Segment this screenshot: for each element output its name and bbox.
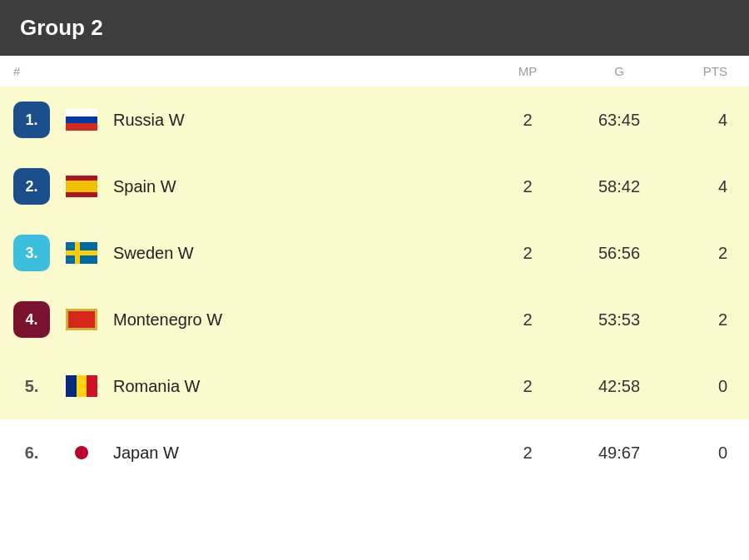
table-row: 2. Spain W 2 58:42 4 — [0, 153, 749, 220]
svg-rect-0 — [66, 109, 97, 116]
svg-rect-14 — [66, 375, 77, 397]
flag-spain — [63, 174, 100, 199]
col-pts-label: PTS — [669, 64, 736, 78]
g-val-4: 53:53 — [569, 310, 669, 330]
pts-val-6: 0 — [669, 444, 736, 463]
pts-val-3: 2 — [669, 244, 736, 263]
g-val-5: 42:58 — [569, 377, 669, 396]
g-val-3: 56:56 — [569, 244, 669, 263]
flag-japan — [63, 440, 100, 465]
team-name-1: Russia W — [113, 111, 486, 130]
group-title: Group 2 — [20, 15, 103, 40]
table-row: 6. Japan W 2 49:67 0 — [0, 419, 749, 486]
flag-montenegro — [63, 307, 100, 332]
svg-rect-12 — [66, 309, 97, 311]
team-name-6: Japan W — [113, 444, 486, 463]
table-row: 5. Romania W 2 42:58 0 — [0, 353, 749, 419]
rank-badge-2: 2. — [13, 168, 50, 205]
pts-val-4: 2 — [669, 310, 736, 330]
team-name-2: Spain W — [113, 177, 486, 196]
pts-val-1: 4 — [669, 111, 736, 130]
svg-rect-9 — [68, 311, 95, 328]
mp-val-1: 2 — [486, 111, 569, 130]
team-name-5: Romania W — [113, 377, 486, 396]
mp-val-4: 2 — [486, 310, 569, 330]
svg-point-18 — [75, 446, 88, 459]
svg-rect-2 — [66, 123, 97, 131]
table-row: 3. Sweden W 2 56:56 2 — [0, 220, 749, 286]
flag-russia — [63, 107, 100, 132]
svg-rect-10 — [66, 309, 68, 330]
g-val-1: 63:45 — [569, 111, 669, 130]
standings-table: 1. Russia W 2 63:45 4 2. Spain W 2 58:42… — [0, 87, 749, 486]
svg-rect-7 — [66, 250, 97, 255]
col-g-label: G — [569, 64, 669, 78]
column-headers: # MP G PTS — [0, 56, 749, 87]
flag-sweden — [63, 240, 100, 265]
svg-rect-15 — [77, 375, 87, 397]
group-header: Group 2 — [0, 0, 749, 56]
col-mp-label: MP — [486, 64, 569, 78]
team-name-3: Sweden W — [113, 244, 486, 263]
rank-badge-5: 5. — [13, 368, 50, 404]
svg-rect-16 — [87, 375, 97, 397]
col-rank-label: # — [13, 64, 63, 78]
table-row: 4. Montenegro W 2 53:53 2 — [0, 286, 749, 353]
svg-rect-13 — [66, 328, 97, 330]
svg-rect-4 — [66, 181, 97, 192]
rank-badge-3: 3. — [13, 235, 50, 271]
svg-rect-1 — [66, 116, 97, 124]
mp-val-3: 2 — [486, 244, 569, 263]
mp-val-6: 2 — [486, 444, 569, 463]
flag-romania — [63, 374, 100, 399]
mp-val-5: 2 — [486, 377, 569, 396]
rank-badge-4: 4. — [13, 301, 50, 338]
g-val-2: 58:42 — [569, 177, 669, 196]
rank-badge-1: 1. — [13, 102, 50, 138]
svg-rect-11 — [95, 309, 97, 330]
pts-val-5: 0 — [669, 377, 736, 396]
mp-val-2: 2 — [486, 177, 569, 196]
g-val-6: 49:67 — [569, 444, 669, 463]
table-row: 1. Russia W 2 63:45 4 — [0, 87, 749, 153]
team-name-4: Montenegro W — [113, 310, 486, 330]
rank-badge-6: 6. — [13, 434, 50, 471]
pts-val-2: 4 — [669, 177, 736, 196]
